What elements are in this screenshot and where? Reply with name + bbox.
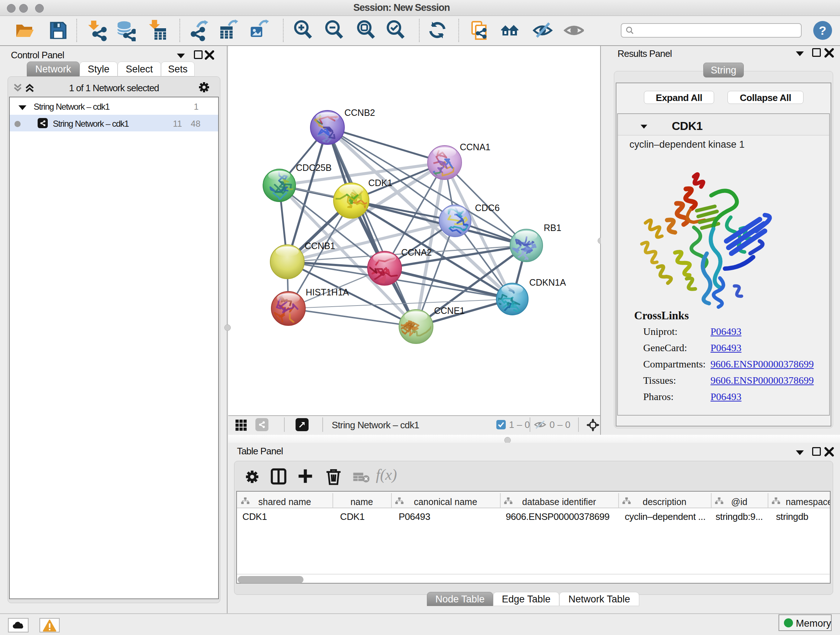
svg-text:CCNB1: CCNB1 — [305, 241, 335, 251]
svg-text:CDC6: CDC6 — [475, 203, 500, 213]
svg-text:CCNA1: CCNA1 — [460, 142, 491, 152]
svg-text:CCNA2: CCNA2 — [401, 247, 432, 257]
svg-text:CDK1: CDK1 — [368, 178, 393, 188]
svg-text:HIST1H1A: HIST1H1A — [306, 287, 349, 297]
svg-text:CDC25B: CDC25B — [296, 163, 332, 173]
svg-text:RB1: RB1 — [544, 223, 561, 233]
svg-text:CDKN1A: CDKN1A — [529, 277, 566, 287]
svg-text:CCNB2: CCNB2 — [344, 108, 375, 118]
svg-text:CCNE1: CCNE1 — [434, 306, 465, 316]
